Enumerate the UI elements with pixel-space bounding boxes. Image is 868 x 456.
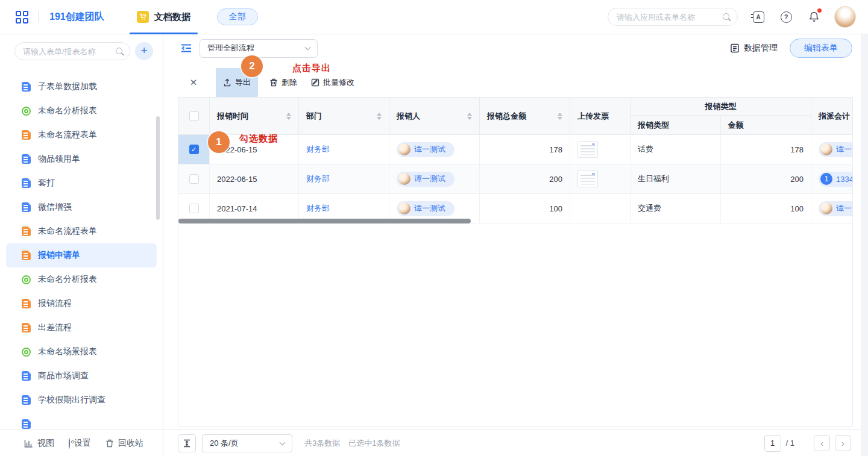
row-checkbox[interactable]: ✓ bbox=[189, 145, 199, 154]
form-search[interactable] bbox=[14, 42, 130, 60]
column-header[interactable]: 上传发票 bbox=[570, 98, 631, 134]
table-row[interactable]: 2022-06-15财务部谭一测试200生日福利20011334 bbox=[178, 164, 853, 194]
delete-button[interactable]: 删除 bbox=[267, 68, 300, 97]
member-count-pill[interactable]: 11334 bbox=[819, 172, 853, 187]
sidebar-footer-gear[interactable]: 设置 bbox=[69, 438, 91, 449]
sidebar-item[interactable]: 未命名流程表单 bbox=[14, 219, 157, 243]
app-tab-document-data[interactable]: 文档数据 bbox=[132, 0, 195, 34]
notifications-button[interactable] bbox=[807, 10, 821, 24]
column-header[interactable]: 部门 bbox=[299, 98, 389, 134]
sidebar-item[interactable]: 物品领用单 bbox=[14, 147, 157, 171]
next-page-button[interactable]: › bbox=[835, 435, 851, 451]
column-header[interactable]: 报销总金额 bbox=[480, 98, 570, 134]
page-number-input[interactable]: 1 bbox=[764, 435, 781, 452]
prev-page-button[interactable]: ‹ bbox=[814, 435, 830, 451]
user-pill[interactable]: 谭一测试 bbox=[819, 201, 853, 216]
flow-filter-dropdown[interactable]: 管理全部流程 bbox=[200, 39, 318, 58]
cell-department-link[interactable]: 财务部 bbox=[306, 173, 330, 184]
global-search[interactable] bbox=[608, 8, 738, 26]
global-search-input[interactable] bbox=[617, 13, 717, 22]
scope-all-pill[interactable]: 全部 bbox=[217, 8, 258, 25]
page-size-dropdown[interactable]: 20 条/页 bbox=[202, 434, 292, 452]
help-button[interactable]: ? bbox=[779, 10, 793, 24]
horizontal-scrollbar[interactable] bbox=[178, 219, 471, 223]
export-label: 导出 bbox=[235, 77, 251, 88]
sidebar-item[interactable]: 出差流程 bbox=[14, 316, 157, 340]
collapse-sidebar-icon[interactable] bbox=[181, 43, 192, 53]
user-pill[interactable]: 谭一测试 bbox=[397, 172, 454, 187]
cell-department-link[interactable]: 财务部 bbox=[306, 203, 330, 214]
sidebar-item-label: 未命名分析报表 bbox=[38, 105, 97, 116]
team-name[interactable]: 191创建团队 bbox=[49, 11, 104, 23]
trash-icon bbox=[269, 78, 278, 87]
column-header[interactable]: 报销类型 bbox=[631, 116, 721, 134]
blue-doc-icon bbox=[22, 178, 31, 188]
sidebar-item[interactable]: 商品市场调查 bbox=[14, 364, 157, 388]
row-checkbox[interactable] bbox=[189, 174, 199, 184]
user-avatar-icon bbox=[398, 143, 410, 155]
sidebar-item[interactable]: 未命名分析报表 bbox=[14, 99, 157, 123]
data-manage-button[interactable]: 数据管理 bbox=[730, 43, 778, 54]
cell-department-link[interactable]: 财务部 bbox=[306, 144, 330, 155]
edit-icon bbox=[311, 78, 319, 87]
sort-icon[interactable] bbox=[286, 113, 291, 120]
green-report-icon bbox=[22, 275, 31, 284]
sort-icon[interactable] bbox=[467, 113, 472, 120]
column-header-label: 上传发票 bbox=[577, 111, 623, 122]
column-header-label: 报销时间 bbox=[217, 111, 283, 122]
app-grid-logo-icon[interactable] bbox=[16, 11, 28, 23]
sort-icon[interactable] bbox=[377, 113, 382, 120]
invoice-thumbnail[interactable] bbox=[577, 170, 598, 187]
row-height-button[interactable] bbox=[178, 434, 196, 452]
sidebar-item[interactable]: 子表单数据加载 bbox=[14, 75, 157, 99]
column-header[interactable]: 报销人 bbox=[389, 98, 480, 134]
user-pill[interactable]: 谭一测试 bbox=[819, 142, 853, 157]
column-header[interactable]: 金额 bbox=[721, 116, 811, 134]
table-row[interactable]: ✓2022-06-15财务部谭一测试178话费178谭一测试 bbox=[178, 135, 853, 164]
sidebar-item[interactable] bbox=[14, 412, 157, 429]
user-pill-label: 谭一测试 bbox=[414, 144, 445, 155]
row-select-cell[interactable] bbox=[178, 164, 210, 193]
column-header[interactable]: 报销时间 bbox=[210, 98, 299, 134]
select-all-checkbox[interactable] bbox=[189, 111, 199, 121]
sidebar-scrollbar[interactable] bbox=[156, 116, 160, 220]
sidebar-item[interactable]: 报销申请单 bbox=[6, 243, 157, 267]
sidebar-item[interactable]: 未命名流程表单 bbox=[14, 123, 157, 147]
sidebar-item[interactable]: 套打 bbox=[14, 171, 157, 195]
sort-icon[interactable] bbox=[558, 113, 562, 120]
selected-count-text: 已选中1条数据 bbox=[348, 438, 400, 449]
cell-expense-type: 话费 bbox=[638, 144, 653, 155]
user-pill[interactable]: 谭一测试 bbox=[397, 142, 454, 157]
sidebar-footer-chart[interactable]: 视图 bbox=[24, 438, 54, 449]
form-list: 数据加载采购订单子表单数据加载未命名分析报表未命名流程表单物品领用单套打微信增强… bbox=[0, 60, 163, 429]
column-header[interactable]: 指派会计 bbox=[811, 98, 853, 134]
user-pill[interactable]: 谭一测试 bbox=[397, 201, 454, 216]
sidebar-item[interactable]: 报销流程 bbox=[14, 292, 157, 316]
sidebar-item-label: 出差流程 bbox=[38, 322, 72, 333]
close-selection-button[interactable]: ✕ bbox=[187, 68, 200, 97]
sidebar-item[interactable]: 学校假期出行调查 bbox=[14, 388, 157, 412]
page-total-label: / 1 bbox=[786, 439, 794, 448]
add-form-button[interactable]: + bbox=[135, 42, 153, 60]
row-select-cell[interactable]: ✓ bbox=[178, 135, 210, 164]
sidebar-footer-trash[interactable]: 回收站 bbox=[105, 438, 143, 449]
sidebar-item[interactable]: 未命名分析报表 bbox=[14, 267, 157, 292]
sidebar-item[interactable]: 微信增强 bbox=[14, 195, 157, 219]
export-button[interactable]: 导出 bbox=[216, 68, 258, 97]
green-report-icon bbox=[22, 107, 31, 116]
contacts-button[interactable]: A bbox=[751, 10, 766, 24]
blue-doc-icon bbox=[22, 82, 31, 92]
table-body: ✓2022-06-15财务部谭一测试178话费178谭一测试2022-06-15… bbox=[178, 135, 852, 223]
column-header-label: 报销总金额 bbox=[487, 111, 554, 122]
sidebar-item-label: 报销申请单 bbox=[38, 250, 80, 261]
row-checkbox[interactable] bbox=[189, 204, 199, 213]
edit-form-button[interactable]: 编辑表单 bbox=[790, 39, 852, 58]
select-all-cell[interactable] bbox=[178, 98, 210, 134]
bell-icon bbox=[808, 11, 820, 23]
batch-edit-button[interactable]: 批量修改 bbox=[309, 68, 357, 97]
form-search-input[interactable] bbox=[23, 47, 112, 56]
invoice-thumbnail[interactable] bbox=[577, 141, 598, 158]
notification-dot bbox=[817, 8, 822, 13]
sidebar-item[interactable]: 未命名场景报表 bbox=[14, 340, 157, 364]
user-avatar[interactable] bbox=[834, 6, 856, 28]
